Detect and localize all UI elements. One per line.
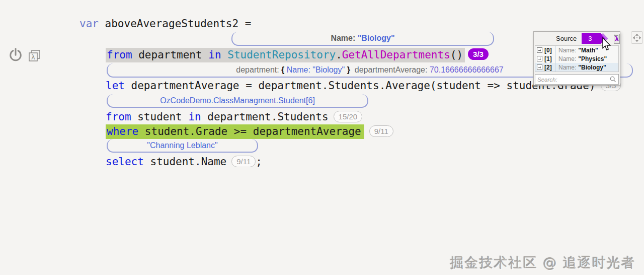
where-highlight: where student.Grade >= departmentAverage [106,124,364,139]
expand-icon[interactable] [537,47,542,53]
type-name: StudentRepository [227,49,336,61]
item-label: Name: [558,55,576,62]
item-value: "Biology" [578,64,606,71]
bubble-value: Name: "Biology" [287,65,347,75]
code-line-from-department[interactable]: from department in StudentRepository.Get… [106,48,489,61]
keyword-var: var [79,18,99,30]
power-icon[interactable] [8,47,23,66]
search-box[interactable] [535,74,619,85]
item-value: "Physics" [578,55,607,62]
list-item[interactable]: [2] Name: "Biology" [535,63,618,72]
ozcode-count-pill[interactable]: 15/20 [334,111,363,122]
hud-bubble-student-type: OzCodeDemo.ClassManagment.Student[6] [107,94,368,108]
count-value: 3 [588,34,592,43]
lambda-foreach-icon[interactable]: λ [28,49,42,65]
mouse-cursor-icon [602,37,612,53]
item-index: [2] [544,64,552,71]
item-index: [0] [544,47,552,54]
keyword-select: select [106,156,144,168]
search-icon [610,76,616,83]
keyword-where: where [107,125,138,138]
list-item[interactable]: [1] Name: "Physics" [535,54,618,63]
move-handle-icon[interactable] [631,31,643,44]
watermark-text: 掘金技术社区 @ 追逐时光者 [450,254,636,272]
code-line-from-student[interactable]: from student in department.Students15/20 [106,110,362,123]
item-value: "Math" [578,47,598,54]
bubble-label: Name: [331,34,357,43]
bubble-value: OzCodeDemo.ClassManagment.Student[6] [160,96,315,105]
bubble-label: department: [236,65,281,75]
hud-bubble-student-name: "Channing Leblanc" [107,139,258,153]
popup-title: Source [556,35,577,42]
ozcode-count-badge[interactable]: 3/3 [468,48,489,60]
item-label: Name: [558,47,576,54]
item-label: Name: [558,64,576,71]
identifier: department [132,49,209,61]
expand-icon[interactable] [537,64,542,70]
lambda-button[interactable]: λ [614,34,620,44]
code-line-select[interactable]: select student.Name9/11; [106,155,262,168]
declaration-text: aboveAverageStudents2 = [99,18,251,30]
keyword-from: from [107,49,132,61]
keyword-from: from [106,111,131,123]
keyword-in: in [188,111,201,123]
bubble-value: "Biology" [358,34,395,43]
current-statement-highlight: from department in StudentRepository.Get… [106,48,465,62]
ozcode-count-pill[interactable]: 9/11 [231,156,256,167]
keyword-in: in [208,49,221,61]
bubble-value: "Channing Leblanc" [147,141,217,150]
svg-text:λ: λ [31,53,35,61]
bubble-number: 70.16666666666667 [430,65,504,75]
keyword-let: let [106,80,125,92]
search-input[interactable] [537,77,610,83]
item-index: [1] [544,55,552,62]
code-line-where[interactable]: where student.Grade >= departmentAverage… [106,125,393,138]
hud-bubble-department-name: Name: "Biology" [231,32,494,46]
expand-icon[interactable] [537,56,542,61]
method-name: GetAllDepartments [342,49,450,61]
code-line-declaration: var aboveAverageStudents2 = [79,17,251,30]
bubble-label: departmentAverage: [352,65,430,75]
ozcode-count-pill[interactable]: 9/11 [369,125,393,137]
